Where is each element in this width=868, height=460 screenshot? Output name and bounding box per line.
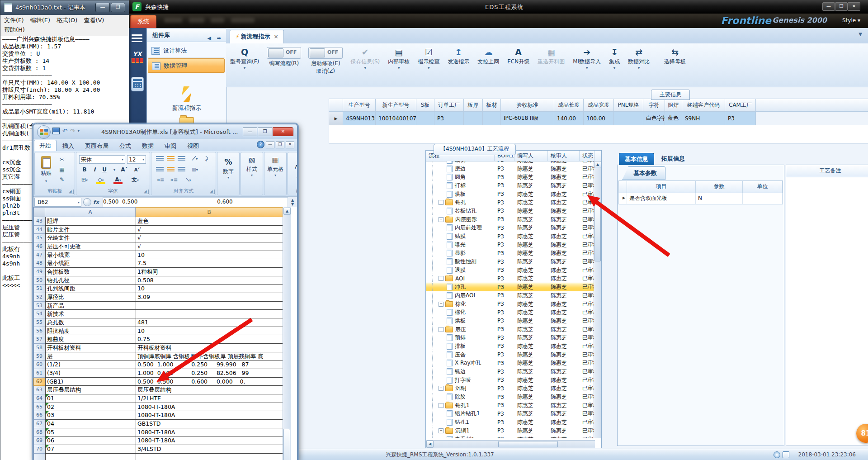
row-header-64[interactable]: 64 — [33, 394, 45, 403]
scrollbar-thumb[interactable] — [498, 441, 558, 447]
align-center-icon[interactable] — [167, 167, 175, 172]
row-header-70[interactable]: 70 — [33, 445, 45, 454]
cell-b55[interactable]: 481 — [136, 318, 283, 327]
sheet-row-70[interactable]: 70073/4LSTD — [33, 445, 283, 454]
cell-a55[interactable]: 总孔数 — [45, 318, 136, 327]
flow-row-显影[interactable]: 显影P3陈惠芝陈惠芝已审核 — [426, 249, 595, 258]
name-box[interactable]: B62▾ — [34, 198, 81, 207]
autosum-button[interactable]: Σ▾ — [288, 154, 297, 162]
cells-group[interactable]: ▦ 单元格 ▾ — [264, 152, 287, 195]
flow-row-沉铜[interactable]: −沉铜P3陈惠芝陈惠芝已审核 — [426, 384, 595, 393]
column-header-新生产型号[interactable]: 新生产型号 — [376, 99, 416, 112]
flow-row-去毛刺1[interactable]: 去毛刺1P3陈惠芝陈惠芝已审核 — [426, 435, 595, 438]
sheet-vertical-scrollbar[interactable]: ▲ — [283, 207, 291, 460]
close-workbook-button[interactable]: ✕ — [286, 141, 294, 148]
tree-collapse-icon[interactable]: − — [439, 428, 443, 433]
flow-row-沉铜1[interactable]: −沉铜1P3陈惠芝陈惠芝已审核 — [426, 427, 595, 435]
row-header-66[interactable]: 66 — [33, 411, 45, 420]
flow-horizontal-scrollbar[interactable]: ◀ — [426, 440, 595, 448]
sheet-row-64[interactable]: 64011/2LHTE — [33, 394, 283, 403]
params-data-row[interactable]: ▶是否含双面光板N — [618, 193, 783, 204]
cell-a62[interactable]: (GB1) — [45, 378, 136, 386]
select-all-corner[interactable] — [33, 207, 45, 217]
tab-new-flow-instruction[interactable]: ⚡新流程指示× — [230, 30, 284, 44]
sheet-row-67[interactable]: 6704GB1STD — [33, 420, 283, 428]
font-name-select[interactable]: 宋体▾ — [79, 155, 125, 164]
main-table-row[interactable]: ▶4S9NH013A010010400107964P3IPC-6018 II级1… — [329, 112, 756, 125]
cell-b50[interactable]: 0.508 — [136, 276, 283, 285]
flow-row-烘板[interactable]: 烘板P3陈惠芝陈惠芝已审核 — [426, 317, 595, 325]
cell-a59[interactable]: 层 — [45, 352, 136, 361]
cell-b68[interactable]: 1080-IT-180A — [136, 428, 283, 437]
save-icon[interactable] — [52, 128, 60, 134]
row-header-[interactable] — [33, 454, 45, 460]
sheet-row-43[interactable]: 43阻焊蓝色 — [33, 217, 283, 226]
flow-row-退膜[interactable]: 退膜P3陈惠芝陈惠芝已审核 — [426, 266, 595, 275]
cell-a70[interactable]: 07 — [45, 445, 136, 454]
flow-row-钻孔1[interactable]: 钻孔1P3陈惠芝陈惠芝已审核 — [426, 418, 595, 427]
column-header-a[interactable]: A — [45, 207, 136, 217]
row-header-43[interactable]: 43 — [33, 217, 45, 226]
dropdown-arrow-icon[interactable]: ▾ — [628, 65, 650, 71]
ribbon-button-MI数据导入[interactable]: ➔MI数据导入▾ — [569, 43, 605, 85]
cell-验收标准[interactable]: IPC-6018 II级 — [501, 112, 554, 125]
dropdown-arrow-icon[interactable]: ▾ — [350, 65, 380, 71]
menu-文件(F)[interactable]: 文件(F) — [4, 17, 24, 24]
sheet-row-45[interactable]: 45光绘文件√ — [33, 234, 283, 242]
cell-b70[interactable]: 3/4LSTD — [136, 445, 283, 454]
notes-column-工艺备注[interactable]: 工艺备注 — [786, 165, 868, 177]
paste-button[interactable]: 粘贴▾ — [38, 155, 55, 185]
cell-a46[interactable]: 层压不可更改 — [45, 242, 136, 251]
cell-a57[interactable]: 翘曲度 — [45, 335, 136, 344]
row-header-49[interactable]: 49 — [33, 268, 45, 276]
qat-dropdown-icon[interactable]: ▾ — [78, 129, 80, 133]
cell-终端客户代码[interactable]: S9NH — [682, 112, 725, 125]
cell-b49[interactable]: 1种相同 — [136, 268, 283, 276]
dropdown-arrow-icon[interactable]: ▾ — [609, 65, 620, 71]
minimize-workbook-button[interactable]: — — [266, 141, 274, 148]
cell-a67[interactable]: 04 — [45, 420, 136, 428]
worksheet[interactable]: A B 43阻焊蓝色44贴片文件√45光绘文件√46层压不可更改√47最小线宽1… — [33, 207, 297, 460]
excel-tab-页面布局[interactable]: 页面布局 — [80, 141, 113, 151]
cell-板厚[interactable] — [464, 112, 483, 125]
cell-a58[interactable]: 开料板材资料 — [45, 344, 136, 352]
maximize-button[interactable]: ❐ — [258, 127, 272, 136]
cut-icon[interactable]: ✂ — [57, 155, 66, 164]
sheet-row-58[interactable]: 58开料板材资料开料板材资料 — [33, 344, 283, 352]
yx-factory-logo-icon[interactable]: YX — [129, 52, 145, 63]
cell-b67[interactable]: GB1STD — [136, 420, 283, 428]
cell-b59[interactable]: 顶铜厚底铜厚 含铜板厚 不含铜板厚 顶层残铜率 底 — [136, 352, 283, 361]
flow-row-棕化[interactable]: −棕化P3陈惠芝陈惠芝已审核 — [426, 300, 595, 308]
flow-row-打字唛[interactable]: 打字唛P3陈惠芝陈惠芝已审核 — [426, 376, 595, 384]
sheet-row-49[interactable]: 49合拼板数1种相同 — [33, 268, 283, 276]
row-header-62[interactable]: 62 — [33, 378, 45, 386]
flow-row-芯板钻孔[interactable]: 芯板钻孔P3陈惠芝陈惠芝已审核 — [426, 207, 595, 215]
column-header-板材[interactable]: 板材 — [483, 99, 501, 112]
font-size-select[interactable]: 12▾ — [127, 155, 146, 164]
cell-b[interactable] — [136, 454, 283, 460]
row-header-58[interactable]: 58 — [33, 344, 45, 352]
ribbon-button-指示检查[interactable]: ☑指示检查▾ — [414, 43, 443, 85]
format-painter-icon[interactable]: ✎ — [57, 175, 66, 184]
minimize-button[interactable]: — — [95, 3, 110, 12]
cell-a52[interactable]: 厚径比 — [45, 293, 136, 302]
sheet-row-46[interactable]: 46层压不可更改√ — [33, 242, 283, 251]
flow-row-棕化[interactable]: 棕化P3陈惠芝陈惠芝已审核 — [426, 308, 595, 317]
cell-a65[interactable]: 02 — [45, 403, 136, 412]
column-header-生产型号[interactable]: 生产型号 — [343, 99, 376, 112]
cell-订单工厂[interactable]: P3 — [434, 112, 464, 125]
flow-column-状态[interactable]: 状态 ▲ — [580, 151, 595, 161]
row-header-50[interactable]: 50 — [33, 276, 45, 285]
align-bottom-icon[interactable] — [178, 156, 185, 161]
column-header-板厚[interactable]: 板厚 — [464, 99, 483, 112]
dropdown-arrow-icon[interactable]: ▾ — [388, 65, 410, 71]
italic-button[interactable]: I — [90, 166, 99, 174]
grow-font-button[interactable]: A˄ — [120, 166, 129, 174]
cell-字符[interactable]: 白色字符 — [643, 112, 665, 125]
ribbon-button-型号查询(F)[interactable]: Q型号查询(F)▾ — [226, 43, 263, 85]
help-icon[interactable]: ? — [257, 141, 264, 148]
clear-button[interactable]: ◇▾ — [288, 173, 297, 181]
cell-a48[interactable]: 最小线距 — [45, 259, 136, 268]
cell-a54[interactable]: 新技术 — [45, 310, 136, 318]
flow-column-编写人[interactable]: 编写人 — [514, 151, 548, 161]
